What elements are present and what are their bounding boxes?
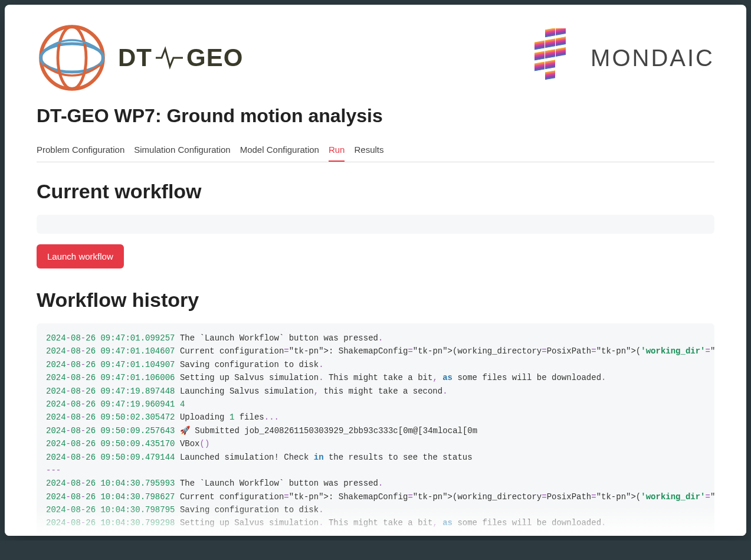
svg-point-1: [41, 44, 103, 72]
svg-rect-7: [556, 36, 566, 46]
workflow-history-heading: Workflow history: [37, 289, 714, 312]
content-area: DT GEO: [5, 5, 746, 536]
pulse-icon: [155, 46, 184, 70]
svg-point-0: [41, 27, 103, 89]
svg-rect-3: [545, 28, 556, 38]
logo-mondaic: MONDAIC: [523, 28, 714, 87]
tab-problem-configuration[interactable]: Problem Configuration: [37, 140, 124, 162]
page-title: DT-GEO WP7: Ground motion analysis: [37, 105, 714, 127]
tab-bar: Problem ConfigurationSimulation Configur…: [37, 140, 714, 162]
header-logos: DT GEO: [37, 22, 714, 93]
logo-dtgeo-text: DT GEO: [118, 44, 243, 72]
svg-rect-13: [545, 70, 556, 80]
tab-simulation-configuration[interactable]: Simulation Configuration: [134, 140, 230, 162]
svg-rect-6: [545, 38, 556, 48]
current-workflow-heading: Current workflow: [37, 180, 714, 203]
launch-workflow-button[interactable]: Launch workflow: [37, 244, 124, 268]
tab-run[interactable]: Run: [329, 140, 345, 162]
tab-model-configuration[interactable]: Model Configuration: [240, 140, 319, 162]
tab-results[interactable]: Results: [354, 140, 383, 162]
globe-icon: [37, 22, 107, 93]
workflow-status-bar: [37, 215, 714, 234]
svg-rect-9: [545, 49, 556, 59]
svg-rect-5: [534, 40, 545, 50]
workflow-log: 2024-08-26 09:47:01.099257 The `Launch W…: [37, 323, 714, 536]
app-window: DT GEO: [5, 5, 746, 536]
logo-dtgeo: DT GEO: [37, 22, 243, 93]
svg-rect-11: [534, 61, 545, 71]
logo-mondaic-text: MONDAIC: [591, 45, 714, 71]
svg-rect-12: [545, 60, 556, 70]
svg-rect-4: [556, 28, 566, 36]
cubes-icon: [523, 28, 579, 87]
svg-rect-8: [534, 51, 545, 61]
svg-rect-10: [556, 47, 566, 57]
svg-point-2: [58, 27, 86, 89]
